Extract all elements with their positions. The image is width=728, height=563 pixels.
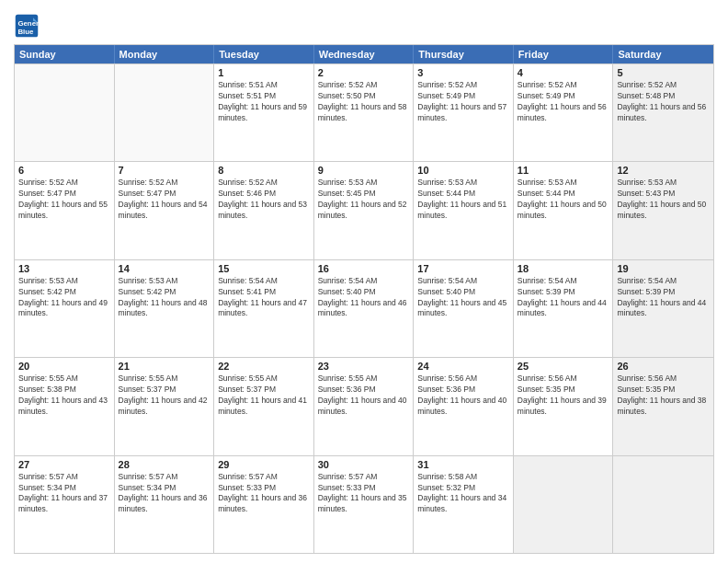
day-number: 8 [218, 165, 310, 176]
day-number: 31 [417, 459, 509, 470]
day-number: 21 [119, 361, 210, 372]
calendar-cell: 22Sunrise: 5:55 AMSunset: 5:37 PMDayligh… [214, 358, 314, 454]
day-info: Sunrise: 5:52 AMSunset: 5:47 PMDaylight:… [18, 178, 110, 222]
svg-text:Blue: Blue [17, 28, 34, 36]
day-info: Sunrise: 5:52 AMSunset: 5:48 PMDaylight:… [617, 80, 710, 124]
calendar-cell: 14Sunrise: 5:53 AMSunset: 5:42 PMDayligh… [115, 260, 215, 357]
day-number: 20 [18, 361, 110, 372]
calendar-cell: 26Sunrise: 5:56 AMSunset: 5:35 PMDayligh… [613, 358, 713, 454]
calendar-cell: 16Sunrise: 5:54 AMSunset: 5:40 PMDayligh… [314, 260, 415, 357]
calendar-cell: 30Sunrise: 5:57 AMSunset: 5:33 PMDayligh… [314, 456, 415, 553]
calendar-cell: 1Sunrise: 5:51 AMSunset: 5:51 PMDaylight… [214, 64, 314, 161]
calendar-cell: 3Sunrise: 5:52 AMSunset: 5:49 PMDaylight… [414, 64, 514, 161]
day-info: Sunrise: 5:55 AMSunset: 5:37 PMDaylight:… [119, 373, 210, 418]
day-info: Sunrise: 5:56 AMSunset: 5:36 PMDaylight:… [417, 373, 509, 418]
calendar-cell: 20Sunrise: 5:55 AMSunset: 5:38 PMDayligh… [15, 358, 115, 454]
day-number: 26 [617, 361, 710, 372]
calendar-cell: 9Sunrise: 5:53 AMSunset: 5:45 PMDaylight… [314, 162, 415, 259]
calendar-cell: 31Sunrise: 5:58 AMSunset: 5:32 PMDayligh… [414, 456, 514, 553]
calendar-cell: 5Sunrise: 5:52 AMSunset: 5:48 PMDaylight… [613, 64, 713, 161]
day-number: 15 [218, 263, 310, 274]
day-info: Sunrise: 5:54 AMSunset: 5:40 PMDaylight:… [417, 276, 509, 320]
day-info: Sunrise: 5:53 AMSunset: 5:44 PMDaylight:… [417, 178, 509, 222]
calendar-row-1: 1Sunrise: 5:51 AMSunset: 5:51 PMDaylight… [15, 63, 713, 161]
day-number: 3 [417, 67, 509, 78]
day-info: Sunrise: 5:57 AMSunset: 5:33 PMDaylight:… [318, 472, 410, 516]
calendar-cell [15, 64, 115, 161]
day-number: 29 [218, 459, 310, 470]
day-number: 6 [18, 165, 110, 176]
calendar-cell: 6Sunrise: 5:52 AMSunset: 5:47 PMDaylight… [15, 162, 115, 259]
day-number: 28 [119, 459, 210, 470]
calendar-cell: 18Sunrise: 5:54 AMSunset: 5:39 PMDayligh… [514, 260, 614, 357]
day-number: 4 [518, 67, 609, 78]
calendar-cell: 29Sunrise: 5:57 AMSunset: 5:33 PMDayligh… [214, 456, 314, 553]
day-info: Sunrise: 5:55 AMSunset: 5:38 PMDaylight:… [18, 373, 110, 418]
calendar-row-2: 6Sunrise: 5:52 AMSunset: 5:47 PMDaylight… [15, 161, 713, 259]
day-number: 1 [218, 67, 310, 78]
calendar-cell: 10Sunrise: 5:53 AMSunset: 5:44 PMDayligh… [414, 162, 514, 259]
header: General Blue [14, 9, 714, 39]
day-number: 5 [617, 67, 710, 78]
calendar-cell: 11Sunrise: 5:53 AMSunset: 5:44 PMDayligh… [514, 162, 614, 259]
day-number: 14 [119, 263, 210, 274]
calendar-cell: 8Sunrise: 5:52 AMSunset: 5:46 PMDaylight… [214, 162, 314, 259]
calendar-cell: 7Sunrise: 5:52 AMSunset: 5:47 PMDaylight… [115, 162, 215, 259]
day-number: 30 [318, 459, 410, 470]
calendar-row-4: 20Sunrise: 5:55 AMSunset: 5:38 PMDayligh… [15, 357, 713, 454]
day-number: 27 [18, 459, 110, 470]
day-info: Sunrise: 5:53 AMSunset: 5:44 PMDaylight:… [518, 178, 609, 222]
day-info: Sunrise: 5:52 AMSunset: 5:46 PMDaylight:… [218, 178, 310, 222]
calendar: SundayMondayTuesdayWednesdayThursdayFrid… [14, 44, 714, 554]
day-number: 16 [318, 263, 410, 274]
calendar-row-5: 27Sunrise: 5:57 AMSunset: 5:34 PMDayligh… [15, 455, 713, 553]
calendar-cell: 24Sunrise: 5:56 AMSunset: 5:36 PMDayligh… [414, 358, 514, 454]
header-day-tuesday: Tuesday [214, 45, 314, 63]
day-info: Sunrise: 5:57 AMSunset: 5:34 PMDaylight:… [18, 472, 110, 516]
calendar-cell [613, 456, 713, 553]
day-info: Sunrise: 5:58 AMSunset: 5:32 PMDaylight:… [417, 472, 509, 516]
day-info: Sunrise: 5:57 AMSunset: 5:33 PMDaylight:… [218, 472, 310, 516]
day-number: 11 [518, 165, 609, 176]
day-info: Sunrise: 5:56 AMSunset: 5:35 PMDaylight:… [617, 373, 710, 418]
day-info: Sunrise: 5:53 AMSunset: 5:43 PMDaylight:… [617, 178, 710, 222]
calendar-cell: 23Sunrise: 5:55 AMSunset: 5:36 PMDayligh… [314, 358, 415, 454]
day-number: 13 [18, 263, 110, 274]
day-info: Sunrise: 5:54 AMSunset: 5:39 PMDaylight:… [518, 276, 609, 320]
day-info: Sunrise: 5:54 AMSunset: 5:40 PMDaylight:… [318, 276, 410, 320]
day-number: 7 [119, 165, 210, 176]
day-number: 25 [518, 361, 609, 372]
calendar-cell: 25Sunrise: 5:56 AMSunset: 5:35 PMDayligh… [514, 358, 614, 454]
day-info: Sunrise: 5:56 AMSunset: 5:35 PMDaylight:… [518, 373, 609, 418]
calendar-cell: 15Sunrise: 5:54 AMSunset: 5:41 PMDayligh… [214, 260, 314, 357]
day-info: Sunrise: 5:53 AMSunset: 5:42 PMDaylight:… [18, 276, 110, 320]
day-info: Sunrise: 5:55 AMSunset: 5:36 PMDaylight:… [318, 373, 410, 418]
calendar-header: SundayMondayTuesdayWednesdayThursdayFrid… [15, 45, 713, 63]
calendar-cell: 27Sunrise: 5:57 AMSunset: 5:34 PMDayligh… [15, 456, 115, 553]
day-info: Sunrise: 5:55 AMSunset: 5:37 PMDaylight:… [218, 373, 310, 418]
day-number: 23 [318, 361, 410, 372]
calendar-cell: 13Sunrise: 5:53 AMSunset: 5:42 PMDayligh… [15, 260, 115, 357]
calendar-cell: 12Sunrise: 5:53 AMSunset: 5:43 PMDayligh… [613, 162, 713, 259]
logo: General Blue [14, 13, 43, 39]
header-day-wednesday: Wednesday [314, 45, 415, 63]
day-number: 17 [417, 263, 509, 274]
day-info: Sunrise: 5:57 AMSunset: 5:34 PMDaylight:… [119, 472, 210, 516]
calendar-cell: 2Sunrise: 5:52 AMSunset: 5:50 PMDaylight… [314, 64, 415, 161]
page: General Blue SundayMondayTuesdayWednesda… [0, 0, 728, 563]
day-info: Sunrise: 5:54 AMSunset: 5:41 PMDaylight:… [218, 276, 310, 320]
day-info: Sunrise: 5:52 AMSunset: 5:49 PMDaylight:… [417, 80, 509, 124]
calendar-cell: 21Sunrise: 5:55 AMSunset: 5:37 PMDayligh… [115, 358, 215, 454]
day-number: 18 [518, 263, 609, 274]
day-number: 24 [417, 361, 509, 372]
calendar-cell: 28Sunrise: 5:57 AMSunset: 5:34 PMDayligh… [115, 456, 215, 553]
day-info: Sunrise: 5:52 AMSunset: 5:50 PMDaylight:… [318, 80, 410, 124]
day-number: 2 [318, 67, 410, 78]
day-info: Sunrise: 5:52 AMSunset: 5:49 PMDaylight:… [518, 80, 609, 124]
header-day-sunday: Sunday [15, 45, 115, 63]
header-day-saturday: Saturday [613, 45, 713, 63]
calendar-cell [115, 64, 215, 161]
logo-icon: General Blue [14, 13, 40, 39]
day-info: Sunrise: 5:51 AMSunset: 5:51 PMDaylight:… [218, 80, 310, 124]
day-number: 22 [218, 361, 310, 372]
